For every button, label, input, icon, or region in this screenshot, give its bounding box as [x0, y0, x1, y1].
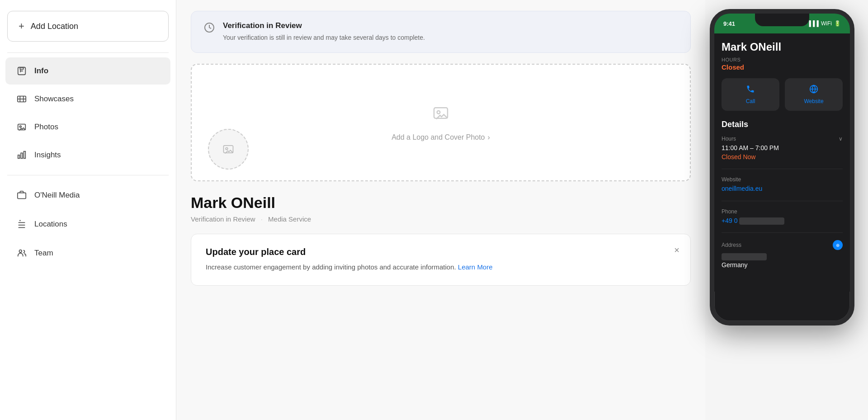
phone-website-button[interactable]: Website	[785, 78, 843, 111]
learn-more-link[interactable]: Learn More	[458, 263, 493, 271]
address-blurred	[722, 253, 767, 260]
sidebar: + Add Location Info	[0, 0, 176, 420]
svg-rect-10	[18, 155, 20, 158]
add-location-button[interactable]: + Add Location	[7, 11, 169, 42]
business-category: Media Service	[268, 215, 311, 223]
phone-address-detail: Address ⊕ Germany	[722, 240, 843, 277]
svg-rect-13	[18, 193, 26, 199]
verification-description: Your verification is still in review and…	[223, 33, 425, 42]
phone-mockup-container: 9:41 ▐▐▐ WiFi 🔋 Mark ONeill HOURS Closed	[705, 0, 868, 420]
insights-label: Insights	[34, 151, 61, 160]
phone-notch	[755, 14, 809, 26]
sidebar-item-insights[interactable]: Insights	[5, 142, 170, 169]
phone-status-bar: 9:41 ▐▐▐ WiFi 🔋	[714, 14, 850, 33]
sidebar-nav: Info Showcases Photos	[0, 57, 176, 170]
phone-phone-detail: Phone +49 0	[722, 208, 843, 233]
oneill-media-label: O'Neill Media	[34, 191, 80, 200]
svg-point-17	[19, 220, 21, 221]
phone-address-label: Address ⊕	[722, 240, 843, 250]
sidebar-item-team[interactable]: Team	[5, 240, 170, 267]
chevron-right-icon: ›	[488, 133, 490, 142]
verification-banner: Verification in Review Your verification…	[191, 11, 691, 53]
verification-clock-icon	[204, 22, 215, 36]
phone-status-icons: ▐▐▐ WiFi 🔋	[807, 20, 841, 27]
sidebar-item-showcases[interactable]: Showcases	[5, 85, 170, 113]
insights-icon	[16, 150, 27, 160]
info-icon	[16, 66, 27, 76]
phone-content: Mark ONeill HOURS Closed Call	[714, 33, 850, 292]
update-card-banner: × Update your place card Increase custom…	[191, 234, 691, 286]
svg-point-18	[19, 250, 22, 253]
call-icon	[746, 85, 755, 96]
add-location-label: Add Location	[31, 22, 78, 31]
main-content: Verification in Review Your verification…	[176, 0, 705, 420]
team-icon	[16, 248, 27, 259]
signal-icon: ▐▐▐	[807, 20, 819, 27]
sidebar-item-locations[interactable]: Locations	[5, 211, 170, 238]
phone-action-row: Call Website	[722, 78, 843, 111]
phone-hours-detail-label: Hours ∨	[722, 136, 843, 142]
call-label: Call	[746, 98, 755, 104]
phone-prefix: +49 0	[722, 217, 737, 224]
phone-address-blurred	[722, 252, 843, 261]
map-pin-icon[interactable]: ⊕	[833, 240, 843, 250]
phone-hours-detail: Hours ∨ 11:00 AM – 7:00 PM Closed Now	[722, 136, 843, 169]
website-icon	[809, 85, 818, 96]
phone-closed-label: Closed Now	[722, 153, 843, 162]
phone-time: 9:41	[723, 20, 735, 27]
phone-frame: 9:41 ▐▐▐ WiFi 🔋 Mark ONeill HOURS Closed	[710, 9, 854, 326]
photo-upload-area[interactable]: Add a Logo and Cover Photo ›	[191, 64, 691, 181]
info-label: Info	[34, 66, 48, 76]
showcases-icon	[16, 94, 27, 104]
business-status: Verification in Review	[191, 215, 255, 223]
sidebar-item-oneill-media[interactable]: O'Neill Media	[5, 182, 170, 209]
plus-icon: +	[19, 20, 24, 32]
svg-rect-11	[21, 153, 23, 158]
verification-title: Verification in Review	[223, 21, 425, 30]
locations-icon	[16, 219, 27, 230]
photos-icon	[16, 122, 27, 132]
business-name: Mark ONeill	[191, 194, 691, 212]
phone-hours-status: Closed	[722, 63, 843, 71]
verification-text: Verification in Review Your verification…	[223, 21, 425, 42]
sidebar-item-photos[interactable]: Photos	[5, 113, 170, 141]
team-label: Team	[34, 249, 53, 258]
oneill-media-icon	[16, 190, 27, 201]
update-card-text: Increase customer engagement by adding i…	[206, 263, 458, 271]
phone-address-country: Germany	[722, 261, 843, 270]
phone-website-detail: Website oneillmedia.eu	[722, 176, 843, 201]
photo-placeholder-icon	[432, 104, 450, 126]
avatar-upload-circle[interactable]	[208, 129, 249, 170]
showcases-label: Showcases	[34, 94, 74, 104]
phone-hours-detail-value: 11:00 AM – 7:00 PM	[722, 144, 843, 153]
meta-separator: ·	[261, 215, 263, 223]
phone-phone-value: +49 0	[722, 217, 843, 226]
phone-hours-label: HOURS	[722, 57, 843, 62]
svg-point-9	[19, 126, 21, 127]
sidebar-divider-1	[7, 52, 169, 53]
business-meta: Verification in Review · Media Service	[191, 215, 691, 223]
update-card-description: Increase customer engagement by adding i…	[206, 262, 676, 273]
battery-icon: 🔋	[834, 20, 841, 27]
photo-upload-text: Add a Logo and Cover Photo	[392, 133, 485, 142]
svg-point-21	[437, 111, 440, 114]
sidebar-item-info[interactable]: Info	[5, 57, 170, 85]
sidebar-section-divider	[7, 175, 169, 175]
website-label: Website	[804, 98, 823, 104]
phone-website-detail-label: Website	[722, 176, 843, 183]
business-info: Mark ONeill Verification in Review · Med…	[191, 194, 691, 223]
photo-upload-label[interactable]: Add a Logo and Cover Photo ›	[392, 133, 490, 142]
update-card-title: Update your place card	[206, 247, 676, 257]
phone-call-button[interactable]: Call	[722, 78, 779, 111]
svg-rect-12	[24, 151, 26, 159]
svg-rect-3	[20, 68, 23, 70]
close-button[interactable]: ×	[672, 243, 681, 257]
photos-label: Photos	[34, 123, 58, 132]
hours-chevron-icon: ∨	[839, 136, 843, 142]
phone-business-name: Mark ONeill	[722, 41, 843, 53]
phone-details-title: Details	[722, 120, 843, 129]
phone-phone-label: Phone	[722, 208, 843, 215]
phone-number-blurred	[739, 217, 784, 225]
svg-point-23	[226, 148, 228, 150]
phone-website-value[interactable]: oneillmedia.eu	[722, 184, 843, 193]
